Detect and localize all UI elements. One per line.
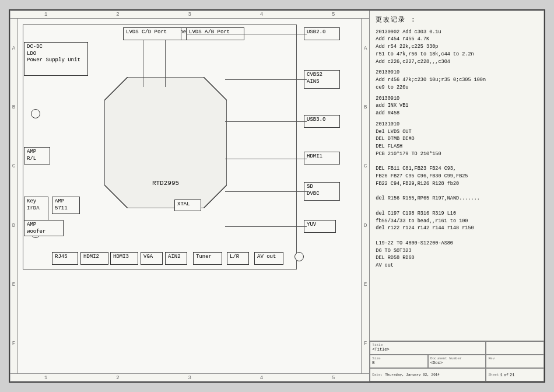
tuner-block: Tuner — [193, 252, 222, 265]
usb30-block: USB3.0 — [304, 115, 340, 128]
yuv-block: YUV — [304, 220, 336, 233]
title-cell-size: Size B — [370, 355, 428, 368]
hdmi2-block: HDMI2 — [80, 252, 108, 265]
ruler-bottom: 12345 — [10, 373, 369, 382]
hdmi1-block: HDMI1 — [304, 152, 340, 164]
amp-5711-block: AMP 5711 — [52, 197, 80, 214]
conn-line-usb20 — [187, 34, 307, 34]
rj45-block: RJ45 — [52, 252, 78, 265]
lvds-cd-block: LVDS C/D Port — [123, 27, 181, 40]
schematic-area: 12345 12345 ABCDEF ABCDEF DC-DC LDO Powe… — [10, 10, 370, 382]
changelog-entry-3: 20130910 add INX VB1 add R458 — [376, 95, 538, 117]
conn-line-cvbs2 — [225, 79, 307, 80]
conn-v-ddr1 — [143, 40, 143, 87]
svg-text:RTD2995: RTD2995 — [152, 180, 179, 187]
sd-dvbc-block: SD DVBC — [304, 182, 340, 201]
hdmi3-block: HDMI3 — [110, 252, 138, 265]
title-cell-title: Title <Title> — [370, 341, 486, 355]
title-cell-rev: Rev — [486, 355, 544, 368]
circle-tl — [31, 109, 40, 118]
changelog-entry-1: 20130902 Add c303 0.1u Add r454 r455 4.7… — [376, 29, 538, 66]
vga-block: VGA — [141, 252, 163, 265]
title-cell-docnum: Document Number <Doc> — [428, 355, 486, 368]
key-irda-block: Key IrDA — [24, 197, 48, 221]
title-cell-sheet: Sheet 1 of 21 — [486, 368, 544, 382]
usb20-block: USB2.0 — [304, 27, 340, 40]
title-cell-date: Date: Thursday, January 02, 2014 — [370, 368, 486, 382]
title-block: Title <Title> Size B Document Number <Do… — [370, 341, 544, 382]
right-panel: 更改记录 : 20130902 Add c303 0.1u Add r454 r… — [370, 10, 544, 382]
avout-block: AV out — [254, 252, 283, 265]
changelog-entry-4: 20131010 Del LVDS OUT DEL DTMB DEMO DEL … — [376, 121, 538, 270]
conn-line-hdmi1 — [225, 159, 307, 159]
circle-br — [294, 252, 304, 261]
conn-line-yuv — [225, 226, 307, 227]
diagram-content: DC-DC LDO Power Supply Unit AMP R/L Key … — [18, 19, 361, 373]
schematic-sheet: 12345 12345 ABCDEF ABCDEF DC-DC LDO Powe… — [9, 9, 545, 383]
conn-line-usb30 — [225, 121, 307, 122]
title-cell-empty1 — [486, 341, 544, 355]
rtd2995-svg: RTD2995 — [104, 77, 227, 208]
ruler-top: 12345 — [10, 10, 369, 19]
dc-dc-block: DC-DC LDO Power Supply Unit — [24, 42, 88, 76]
svg-marker-0 — [104, 77, 227, 208]
cvbs2-block: CVBS2 AIN5 — [304, 70, 340, 89]
ain2-block: AIN2 — [165, 252, 187, 265]
changelog-entry-2: 20130910 Add r456 47k;c230 10u;r35 0;c30… — [376, 69, 538, 91]
conn-v-ddr2 — [165, 40, 166, 87]
ruler-left: ABCDEF — [10, 19, 18, 373]
amp-woofer-block: AMP woofer — [24, 220, 64, 236]
changelog-area: 更改记录 : 20130902 Add c303 0.1u Add r454 r… — [370, 10, 544, 341]
conn-line-sddvbc — [225, 191, 307, 192]
xtal-block: XTAL — [174, 200, 201, 211]
rtd2995-container: RTD2995 — [104, 77, 227, 208]
changelog-title: 更改记录 : — [376, 15, 538, 25]
ruler-right: ABCDEF — [361, 19, 369, 373]
lr-block: L/R — [227, 252, 249, 265]
amp-rl-block: AMP R/L — [24, 147, 50, 164]
